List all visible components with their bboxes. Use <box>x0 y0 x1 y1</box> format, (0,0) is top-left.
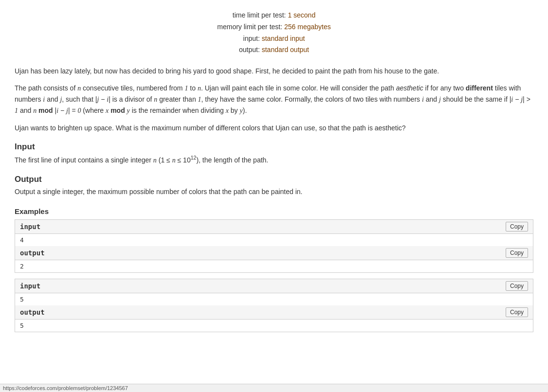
input-label: input: <box>243 35 260 42</box>
example-1-output-value: 2 <box>15 260 533 272</box>
example-1-output-copy-button[interactable]: Copy <box>506 248 528 258</box>
problem-description: The path consists of n consecutive tiles… <box>15 83 533 117</box>
example-2-output-value: 5 <box>15 320 533 332</box>
example-block-2: input Copy 5 output Copy 5 <box>15 279 533 332</box>
input-value: standard input <box>262 35 305 42</box>
input-section-text: The first line of input contains a singl… <box>15 154 533 166</box>
example-2-input-header: input Copy <box>15 279 533 293</box>
example-2-output-label: output <box>20 308 45 316</box>
example-2-input-value: 5 <box>15 293 533 305</box>
example-1-input-value: 4 <box>15 234 533 246</box>
problem-intro: Ujan has been lazy lately, but now has d… <box>15 66 533 76</box>
problem-question: Ujan wants to brighten up space. What is… <box>15 123 533 133</box>
example-1-output-header: output Copy <box>15 246 533 260</box>
example-block-1: input Copy 4 output Copy 2 <box>15 219 533 273</box>
example-2-input-label: input <box>20 282 40 290</box>
output-value: standard output <box>262 46 309 53</box>
output-label: output: <box>239 46 260 53</box>
memory-limit-value: 256 megabytes <box>284 23 331 31</box>
example-2-output-copy-button[interactable]: Copy <box>506 307 528 317</box>
example-1-input-header: input Copy <box>15 220 533 234</box>
example-2-output-header: output Copy <box>15 305 533 320</box>
example-1-input-label: input <box>20 223 40 231</box>
example-2-input-copy-button[interactable]: Copy <box>506 281 528 291</box>
output-section-text: Output a single integer, the maximum pos… <box>15 186 533 197</box>
example-1-output-label: output <box>20 249 45 257</box>
example-1-input-copy-button[interactable]: Copy <box>506 222 528 232</box>
time-limit-value: 1 second <box>288 11 315 19</box>
output-section-title: Output <box>15 175 533 184</box>
meta-info: time limit per test: 1 second memory lim… <box>15 10 533 56</box>
time-limit-label: time limit per test: <box>233 11 286 19</box>
memory-limit-label: memory limit per test: <box>217 23 282 31</box>
examples-title: Examples <box>15 207 533 215</box>
input-section-title: Input <box>15 142 533 152</box>
